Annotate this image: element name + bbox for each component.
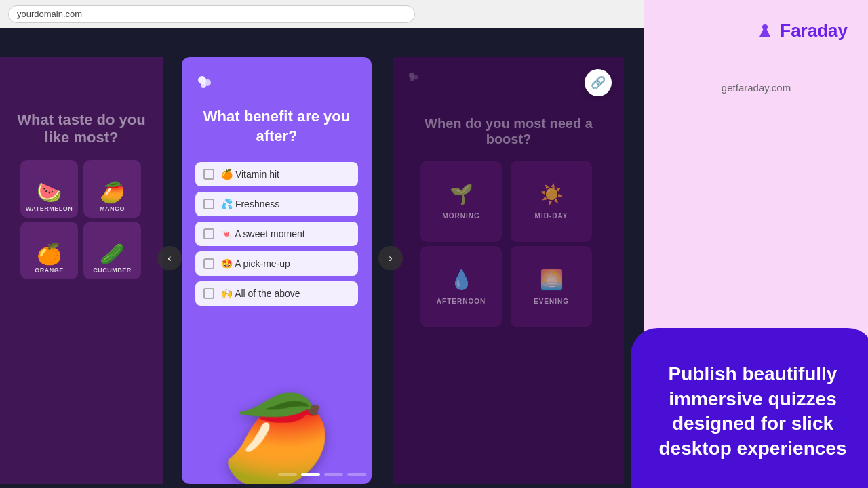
afternoon-label: AFTERNOON xyxy=(437,298,486,305)
boost-cell-afternoon[interactable]: 💧 AFTERNOON xyxy=(420,246,502,327)
center-card-question: What benefit are you after? xyxy=(195,107,358,146)
dot-2[interactable] xyxy=(301,473,320,476)
option-checkbox-all[interactable] xyxy=(203,288,214,299)
option-label-sweet: 🍬 A sweet moment xyxy=(221,228,305,239)
right-card-title: When do you most need a boost? xyxy=(407,116,610,147)
fruit-label-orange: ORANGE xyxy=(35,267,64,274)
option-pick-me-up[interactable]: 🤩 A pick-me-up xyxy=(195,251,358,276)
option-checkbox-pickup[interactable] xyxy=(203,258,214,269)
right-panel: Faraday getfaraday.com Publish beautiful… xyxy=(644,0,868,488)
fruit-cell-orange: 🍊 ORANGE xyxy=(20,222,78,279)
fruit-grid: 🍉 WATERMELON 🥭 MANGO 🍊 ORANGE 🥒 CUCUMBER xyxy=(20,160,142,279)
midday-label: MID-DAY xyxy=(535,212,568,220)
url-bar[interactable]: yourdomain.com xyxy=(8,5,415,23)
svg-point-5 xyxy=(410,77,414,81)
options-list: 🍊 Vitamin hit 💦 Freshness 🍬 A sweet mome… xyxy=(195,162,358,306)
evening-label: EVENING xyxy=(534,298,569,305)
browser-content: What taste do you like most? 🍉 WATERMELO… xyxy=(0,28,644,488)
fruit-label-watermelon: WATERMELON xyxy=(26,205,73,212)
svg-point-6 xyxy=(762,24,768,30)
fruit-emoji-cucumber: 🥒 xyxy=(100,242,125,266)
boost-cell-midday[interactable]: ☀️ MID-DAY xyxy=(511,161,592,242)
nav-arrow-right[interactable]: › xyxy=(378,246,403,270)
morning-label: MORNING xyxy=(442,212,479,220)
link-button[interactable]: 🔗 xyxy=(585,69,612,96)
mango-illustration: 🥭 xyxy=(222,396,332,484)
center-card: What benefit are you after? 🍊 Vitamin hi… xyxy=(182,57,372,484)
dot-1[interactable] xyxy=(278,473,297,476)
option-checkbox-sweet[interactable] xyxy=(203,228,214,239)
fruit-label-mango: MANGO xyxy=(100,205,125,212)
right-card: When do you most need a boost? 🌱 MORNING… xyxy=(393,57,624,484)
option-all-above[interactable]: 🙌 All of the above xyxy=(195,281,358,306)
boost-grid: 🌱 MORNING ☀️ MID-DAY 💧 AFTERNOON 🌅 EVENI… xyxy=(420,161,597,327)
fruit-emoji-orange: 🍊 xyxy=(37,242,62,266)
option-vitamin-hit[interactable]: 🍊 Vitamin hit xyxy=(195,162,358,186)
left-card-title: What taste do you like most? xyxy=(14,111,149,146)
url-text: yourdomain.com xyxy=(17,9,82,19)
dot-4[interactable] xyxy=(347,473,366,476)
fruit-emoji-watermelon: 🍉 xyxy=(37,180,62,204)
boost-cell-morning[interactable]: 🌱 MORNING xyxy=(420,161,502,242)
right-card-logo xyxy=(407,70,420,87)
boost-cell-evening[interactable]: 🌅 EVENING xyxy=(511,246,592,327)
option-sweet-moment[interactable]: 🍬 A sweet moment xyxy=(195,222,358,246)
link-icon: 🔗 xyxy=(591,75,606,90)
option-label-pickup: 🤩 A pick-me-up xyxy=(221,258,290,269)
tagline-text: Publish beautifully immersive quizzes de… xyxy=(651,362,854,461)
fruit-emoji-mango: 🥭 xyxy=(100,180,125,204)
svg-point-2 xyxy=(201,83,206,88)
afternoon-icon: 💧 xyxy=(450,268,473,291)
fruit-cell-cucumber: 🥒 CUCUMBER xyxy=(83,222,141,279)
option-label-freshness: 💦 Freshness xyxy=(221,199,279,209)
nav-arrow-left[interactable]: ‹ xyxy=(157,246,182,270)
dot-3[interactable] xyxy=(324,473,343,476)
faraday-logo: Faraday xyxy=(755,20,848,41)
fruit-cell-mango: 🥭 MANGO xyxy=(83,160,141,218)
center-card-logo xyxy=(195,73,214,96)
midday-icon: ☀️ xyxy=(540,183,564,205)
fruit-cell-watermelon: 🍉 WATERMELON xyxy=(20,160,78,218)
pagination-dots xyxy=(278,473,366,476)
option-label-all: 🙌 All of the above xyxy=(221,288,300,299)
faraday-logo-icon xyxy=(755,22,774,41)
browser-bar: yourdomain.com xyxy=(0,0,644,28)
left-card: What taste do you like most? 🍉 WATERMELO… xyxy=(0,57,163,484)
option-label-vitamin: 🍊 Vitamin hit xyxy=(221,169,279,180)
option-checkbox-freshness[interactable] xyxy=(203,199,214,209)
morning-icon: 🌱 xyxy=(450,183,473,205)
option-freshness[interactable]: 💦 Freshness xyxy=(195,192,358,216)
evening-icon: 🌅 xyxy=(540,268,564,291)
fruit-label-cucumber: CUCUMBER xyxy=(93,267,132,274)
faraday-logo-text: Faraday xyxy=(780,20,848,41)
faraday-website: getfaraday.com xyxy=(722,82,791,94)
option-checkbox-vitamin[interactable] xyxy=(203,169,214,180)
